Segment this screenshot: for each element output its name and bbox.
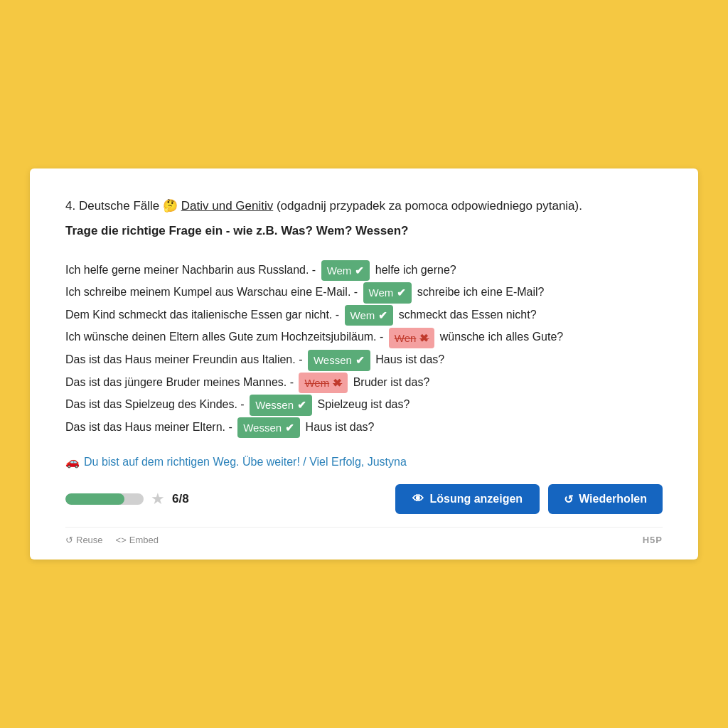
sentence-row: Das ist das Haus meiner Freundin aus Ita… (65, 350, 663, 371)
check-icon: ✔ (378, 306, 387, 325)
repeat-button[interactable]: ↺ Wiederholen (548, 484, 663, 514)
repeat-label: Wiederholen (579, 493, 647, 505)
footer-left: ↺ Reuse <> Embed (65, 535, 159, 545)
check-icon: ✔ (397, 284, 406, 302)
answer-text: Wem (304, 374, 329, 392)
cross-icon: ✖ (333, 374, 342, 392)
answer-text: Wem (350, 306, 375, 325)
correct-badge: Wessen✔ (308, 350, 370, 371)
reuse-icon: ↺ (65, 535, 73, 545)
feedback-text: Du bist auf dem richtigen Weg. Übe weite… (84, 456, 407, 469)
correct-badge: Wessen✔ (237, 417, 300, 439)
feedback-icon: 🚗 (65, 455, 80, 469)
cross-icon: ✖ (419, 329, 429, 348)
sentence-row: Das ist das Haus meiner Eltern. - Wessen… (65, 417, 663, 439)
dativ-genitiv-link[interactable]: Dativ und Genitiv (181, 199, 273, 213)
star-icon: ★ (151, 490, 165, 508)
embed-icon: <> (116, 535, 127, 545)
check-icon: ✔ (285, 419, 294, 437)
instruction-text: Trage die richtige Frage ein - wie z.B. … (65, 224, 408, 237)
sentence-row: Dem Kind schmeckt das italienische Essen… (65, 305, 663, 326)
answer-text: Wessen (314, 351, 352, 370)
progress-container: ★ 6/8 (65, 490, 189, 508)
incorrect-badge: Wen✖ (389, 328, 435, 349)
question-number: 4. (65, 199, 75, 213)
progress-bar-inner (65, 493, 124, 505)
correct-badge: Wessen✔ (250, 395, 312, 416)
answer-text: Wem (327, 262, 352, 280)
sentence-row: Das ist das Spielzeug des Kindes. - Wess… (65, 395, 663, 416)
sentence-row: Ich helfe gerne meiner Nachbarin aus Rus… (65, 260, 663, 282)
check-icon: ✔ (355, 262, 364, 280)
progress-bar-outer (65, 493, 144, 505)
card: 4. Deutsche Fälle 🤔 Dativ und Genitiv (o… (30, 168, 698, 560)
instruction: Trage die richtige Frage ein - wie z.B. … (65, 222, 663, 240)
embed-link[interactable]: <> Embed (116, 535, 159, 545)
feedback-row: 🚗 Du bist auf dem richtigen Weg. Übe wei… (65, 455, 663, 469)
correct-badge: Wem✔ (345, 305, 394, 326)
reuse-label: Reuse (76, 535, 103, 545)
correct-badge: Wem✔ (363, 282, 412, 304)
eye-icon: 👁 (412, 493, 424, 505)
sentence-row: Ich wünsche deinen Eltern alles Gute zum… (65, 327, 663, 348)
answer-text: Wem (369, 284, 394, 302)
bottom-row: ★ 6/8 👁 Lösung anzeigen ↺ Wiederholen (65, 484, 663, 514)
reuse-link[interactable]: ↺ Reuse (65, 535, 103, 545)
answer-text: Wen (395, 329, 417, 348)
question-suffix: (odgadnij przypadek za pomoca odpowiedni… (277, 199, 582, 213)
incorrect-badge: Wem✖ (299, 373, 348, 394)
question-header: 4. Deutsche Fälle 🤔 Dativ und Genitiv (o… (65, 197, 663, 215)
answer-text: Wessen (255, 396, 294, 414)
correct-badge: Wem✔ (321, 260, 370, 282)
sentence-row: Das ist das jüngere Bruder meines Mannes… (65, 373, 663, 394)
footer-row: ↺ Reuse <> Embed H5P (65, 527, 663, 545)
repeat-icon: ↺ (564, 493, 573, 506)
sentences-container: Ich helfe gerne meiner Nachbarin aus Rus… (65, 260, 663, 438)
show-solution-label: Lösung anzeigen (429, 493, 523, 505)
question-text: Deutsche Fälle 🤔 (79, 199, 181, 213)
embed-label: Embed (129, 535, 159, 545)
button-group: 👁 Lösung anzeigen ↺ Wiederholen (395, 484, 663, 514)
score-text: 6/8 (172, 492, 189, 506)
show-solution-button[interactable]: 👁 Lösung anzeigen (395, 484, 540, 514)
answer-text: Wessen (243, 419, 282, 437)
check-icon: ✔ (355, 351, 365, 370)
check-icon: ✔ (297, 396, 306, 414)
outer-frame: 4. Deutsche Fälle 🤔 Dativ und Genitiv (o… (0, 0, 728, 728)
sentence-row: Ich schreibe meinem Kumpel aus Warschau … (65, 282, 663, 304)
footer-brand: H5P (643, 535, 663, 545)
